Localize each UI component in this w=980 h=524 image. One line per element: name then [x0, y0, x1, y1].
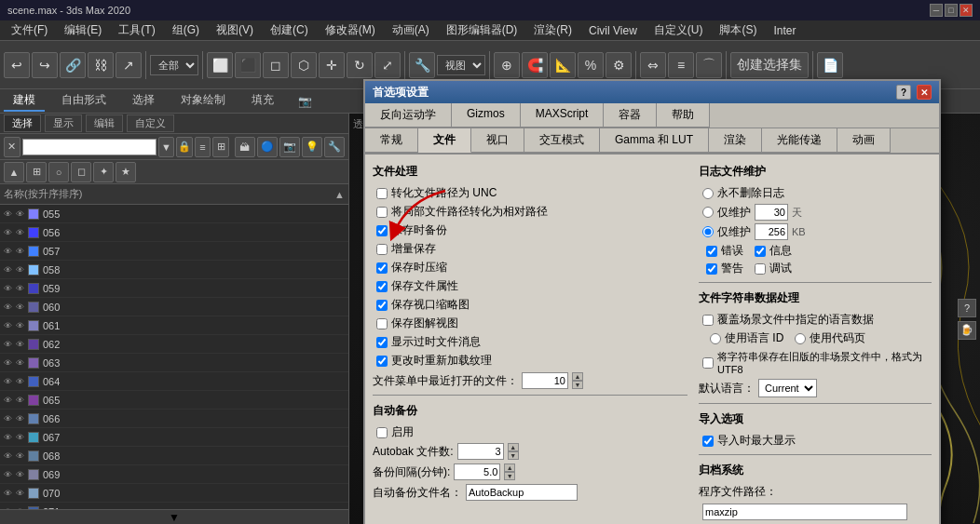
menu-animation[interactable]: 动画(A): [385, 20, 437, 40]
tab-viewport[interactable]: 视口: [471, 128, 524, 153]
menu-render[interactable]: 渲染(R): [526, 20, 579, 40]
spinner-up[interactable]: ▲: [508, 443, 519, 451]
minimize-button[interactable]: ─: [930, 4, 943, 17]
sphere-icon[interactable]: ○: [48, 162, 69, 182]
cb-utf8-input[interactable]: [702, 357, 714, 369]
list-item[interactable]: 👁 👁 055: [0, 205, 348, 223]
interval-input[interactable]: [454, 464, 500, 480]
list-item[interactable]: 👁 👁 059: [0, 279, 348, 298]
tab-animation[interactable]: 动画: [837, 128, 891, 153]
autobak-count-input[interactable]: [457, 443, 504, 460]
box-icon[interactable]: ◻: [71, 162, 91, 182]
explorer-tab-select[interactable]: 选择: [4, 114, 41, 132]
helper-icon[interactable]: ✦: [93, 162, 114, 182]
shape-icon[interactable]: ▲: [4, 162, 24, 182]
spinner-up[interactable]: ▲: [504, 464, 515, 472]
unlink-button[interactable]: ⛓: [88, 52, 114, 78]
spinner-snap-button[interactable]: ⚙: [606, 52, 632, 78]
scroll-up-arrow[interactable]: ▲: [334, 189, 345, 200]
snap-button[interactable]: 🧲: [522, 52, 548, 78]
menu-group[interactable]: 组(G): [165, 20, 207, 40]
spinner-up[interactable]: ▲: [572, 372, 583, 381]
icon-2[interactable]: 🔵: [257, 137, 278, 157]
menu-view[interactable]: 视图(V): [209, 20, 261, 40]
list-item[interactable]: 👁 👁 060: [0, 298, 348, 316]
cb-warning-input[interactable]: [706, 263, 717, 275]
spinner-down[interactable]: ▼: [572, 381, 583, 389]
icon-4[interactable]: 💡: [302, 137, 322, 157]
expand-button[interactable]: ⊞: [212, 137, 229, 157]
list-item[interactable]: 👁 👁 064: [0, 372, 348, 391]
list-item[interactable]: 👁 👁 067: [0, 428, 348, 447]
cb-autobak-input[interactable]: [376, 427, 388, 438]
list-item[interactable]: 👁 👁 061: [0, 316, 348, 335]
zoom-icon[interactable]: ?: [958, 299, 976, 317]
cb-reload-input[interactable]: [376, 356, 388, 367]
mirror-button[interactable]: ⇔: [640, 52, 666, 78]
list-item[interactable]: 👁 👁 065: [0, 391, 348, 410]
cb-compress-input[interactable]: [376, 262, 388, 274]
cb-error-input[interactable]: [706, 246, 717, 257]
layer-button[interactable]: 📄: [817, 52, 843, 78]
lock-button[interactable]: 🔒: [176, 137, 193, 157]
tab-selection[interactable]: 选择: [123, 90, 164, 112]
tab-object-paint[interactable]: 对象绘制: [171, 90, 235, 112]
icon-5[interactable]: 🔧: [324, 137, 345, 157]
tab-help[interactable]: 帮助: [657, 103, 710, 128]
tab-modeling[interactable]: 建模: [4, 90, 45, 112]
icon-3[interactable]: 📷: [279, 137, 300, 157]
move-button[interactable]: ✛: [319, 52, 345, 78]
list-item[interactable]: 👁 👁 070: [0, 484, 348, 503]
list-item[interactable]: 👁 👁 062: [0, 335, 348, 354]
menu-customize[interactable]: 自定义(U): [647, 20, 711, 40]
grid-icon[interactable]: ⊞: [26, 162, 47, 182]
search-input[interactable]: [22, 139, 157, 155]
tab-maxscript[interactable]: MAXScript: [521, 103, 605, 128]
curve-button[interactable]: ⌒: [696, 52, 722, 78]
angle-snap-button[interactable]: 📐: [550, 52, 576, 78]
filter-button[interactable]: ▼: [158, 137, 175, 157]
list-item[interactable]: 👁 👁 056: [0, 223, 348, 242]
list-item[interactable]: 👁 👁 069: [0, 465, 348, 484]
cb-max-display-input[interactable]: [702, 436, 714, 447]
menu-edit[interactable]: 编辑(E): [57, 20, 109, 40]
program-path-input[interactable]: [702, 504, 907, 520]
tab-file[interactable]: 文件: [418, 128, 471, 153]
list-item[interactable]: 👁 👁 063: [0, 354, 348, 372]
cb-relative-input[interactable]: [376, 207, 388, 218]
menu-script[interactable]: 脚本(S): [712, 20, 764, 40]
tab-ik[interactable]: 反向运动学: [365, 103, 452, 128]
select-button[interactable]: ↗: [116, 52, 142, 78]
dialog-close-button[interactable]: ✕: [917, 85, 932, 100]
menu-modifier[interactable]: 修改器(M): [318, 20, 383, 40]
recent-files-input[interactable]: [522, 372, 568, 389]
radio-never-input[interactable]: [702, 188, 714, 199]
list-item[interactable]: 👁 👁 066: [0, 410, 348, 428]
menu-graph-editor[interactable]: 图形编辑器(D): [439, 20, 525, 40]
pivot-button[interactable]: ⊕: [494, 52, 520, 78]
explorer-tab-customize[interactable]: 自定义: [127, 114, 174, 132]
cb-info-input[interactable]: [755, 246, 766, 257]
radio-lang-id-input[interactable]: [710, 333, 721, 344]
menu-create[interactable]: 创建(C): [263, 20, 316, 40]
link-button[interactable]: 🔗: [60, 52, 86, 78]
radio-kb-input[interactable]: [702, 226, 714, 237]
percent-snap-button[interactable]: %: [578, 52, 604, 78]
menu-tools[interactable]: 工具(T): [111, 20, 162, 40]
select-lasso-button[interactable]: ◻: [263, 52, 289, 78]
default-lang-select[interactable]: Current: [758, 379, 817, 397]
select-all-dropdown[interactable]: 全部: [150, 55, 198, 75]
cb-incremental-input[interactable]: [376, 244, 388, 255]
tab-gizmos[interactable]: Gizmos: [452, 103, 521, 128]
radio-days-input[interactable]: [702, 207, 714, 218]
list-item[interactable]: 👁 👁 071: [0, 503, 348, 509]
spinner-down[interactable]: ▼: [508, 451, 519, 460]
cb-schematic-input[interactable]: [376, 318, 388, 329]
tab-freeform[interactable]: 自由形式: [52, 90, 116, 112]
search-clear-button[interactable]: ✕: [4, 137, 20, 157]
align-button[interactable]: ≡: [668, 52, 694, 78]
menu-civil-view[interactable]: Civil View: [581, 22, 645, 39]
tab-general[interactable]: 常规: [365, 128, 418, 153]
icon-1[interactable]: 🏔: [235, 137, 255, 157]
spinner-down[interactable]: ▼: [504, 472, 515, 480]
